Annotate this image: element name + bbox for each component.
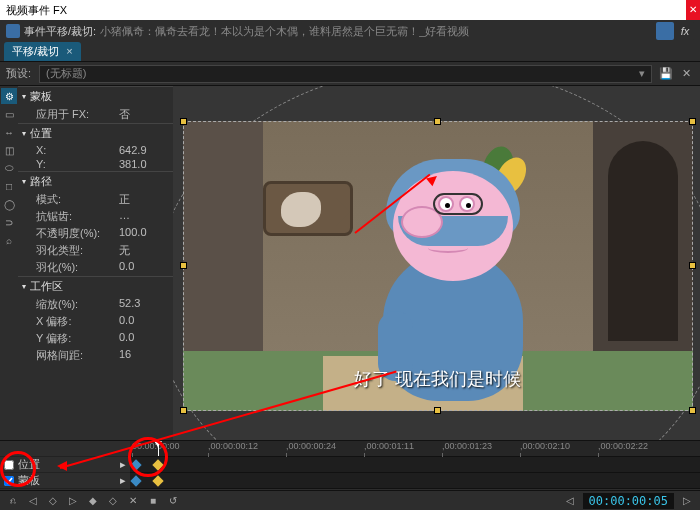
preset-label: 预设: xyxy=(6,66,31,81)
track-mask[interactable]: 蒙板 ▸ xyxy=(0,473,130,489)
handle-bot-mid[interactable] xyxy=(434,407,441,414)
handle-top-mid[interactable] xyxy=(434,118,441,125)
window-titlebar: 视频事件 FX ✕ xyxy=(0,0,700,20)
keyframe-row-position[interactable] xyxy=(130,457,700,473)
fx-source-path: 小猪佩奇：佩奇去看龙！本以为是个木偶，谁料居然是个巨无霸！_好看视频 xyxy=(100,24,469,39)
tool-properties[interactable]: ⚙ xyxy=(1,88,17,104)
kf-add-icon[interactable]: ◇ xyxy=(46,494,60,508)
section-path-header[interactable]: ▾路径 xyxy=(18,172,173,191)
path-featherpct-value[interactable]: 0.0 xyxy=(119,260,169,275)
handle-mid-left[interactable] xyxy=(180,262,187,269)
timecode-display[interactable]: 00:00:00:05 xyxy=(583,493,674,509)
tool-oval[interactable]: ⬭ xyxy=(1,160,17,176)
work-zoom-value[interactable]: 52.3 xyxy=(119,297,169,312)
keyframe[interactable] xyxy=(130,459,141,470)
mask-applyfx-value[interactable]: 否 xyxy=(119,107,169,122)
preset-bar: 预设: (无标题) ▾ 💾 ✕ xyxy=(0,62,700,86)
tab-bar: 平移/裁切 × xyxy=(0,42,700,62)
timeline-playhead[interactable] xyxy=(158,441,159,456)
properties-panel: ▾蒙板 应用于 FX:否 ▾位置 X:642.9 Y:381.0 ▾路径 模式:… xyxy=(18,86,173,440)
section-path: ▾路径 模式:正 抗锯齿:… 不透明度(%):100.0 羽化类型:无 羽化(%… xyxy=(18,171,173,276)
fx-node-label: 事件平移/裁切: xyxy=(24,24,96,39)
keyframe[interactable] xyxy=(130,475,141,486)
kf-stop-icon[interactable]: ■ xyxy=(146,494,160,508)
fx-toggle-button[interactable] xyxy=(656,22,674,40)
position-x-value[interactable]: 642.9 xyxy=(119,144,169,156)
section-workarea: ▾工作区 缩放(%):52.3 X 偏移:0.0 Y 偏移:0.0 网格间距:1… xyxy=(18,276,173,364)
section-workarea-header[interactable]: ▾工作区 xyxy=(18,277,173,296)
preset-delete-icon[interactable]: ✕ xyxy=(678,66,694,82)
tool-rect[interactable]: ◫ xyxy=(1,142,17,158)
preview-canvas[interactable]: 好了 现在我们是时候 xyxy=(173,86,700,440)
work-xoff-value[interactable]: 0.0 xyxy=(119,314,169,329)
keyframe-timeline: 位置 ▸ 蒙板 ▸ 00:00:00:00 ,00:00:00:12 ,00:0… xyxy=(0,440,700,490)
window-title: 视频事件 FX xyxy=(6,3,67,18)
keyframe-selected[interactable] xyxy=(152,459,163,470)
work-yoff-value[interactable]: 0.0 xyxy=(119,331,169,346)
handle-mid-right[interactable] xyxy=(689,262,696,269)
crop-rectangle[interactable] xyxy=(183,121,693,411)
track-mask-checkbox[interactable] xyxy=(4,476,14,486)
bottom-toolbar: ⎌ ◁ ◇ ▷ ◆ ◇ ✕ ■ ↺ ◁ 00:00:00:05 ▷ xyxy=(0,490,700,510)
fx-chain-icon[interactable] xyxy=(6,24,20,38)
tool-zoom[interactable]: ⌕ xyxy=(1,232,17,248)
chevron-down-icon: ▾ xyxy=(639,67,645,80)
position-y-value[interactable]: 381.0 xyxy=(119,158,169,170)
kf-loop-icon[interactable]: ↺ xyxy=(166,494,180,508)
handle-top-right[interactable] xyxy=(689,118,696,125)
work-grid-value[interactable]: 16 xyxy=(119,348,169,363)
tool-square[interactable]: □ xyxy=(1,178,17,194)
tab-label: 平移/裁切 xyxy=(12,45,59,57)
kf-next-icon[interactable]: ▷ xyxy=(66,494,80,508)
kf-undo-icon[interactable]: ⎌ xyxy=(6,494,20,508)
track-position-checkbox[interactable] xyxy=(4,460,14,470)
path-feathertype-value[interactable]: 无 xyxy=(119,243,169,258)
breadcrumb: 事件平移/裁切: 小猪佩奇：佩奇去看龙！本以为是个木偶，谁料居然是个巨无霸！_好… xyxy=(0,20,700,42)
tool-magnet[interactable]: ⊃ xyxy=(1,214,17,230)
timeline-ruler[interactable]: 00:00:00:00 ,00:00:00:12 ,00:00:00:24 ,0… xyxy=(130,441,700,457)
path-aa-value[interactable]: … xyxy=(119,209,169,224)
section-mask-header[interactable]: ▾蒙板 xyxy=(18,87,173,106)
section-position-header[interactable]: ▾位置 xyxy=(18,124,173,143)
preset-save-icon[interactable]: 💾 xyxy=(658,66,674,82)
kf-delete-icon[interactable]: ✕ xyxy=(126,494,140,508)
tab-pan-crop[interactable]: 平移/裁切 × xyxy=(4,42,81,61)
annotation-arrowhead-1 xyxy=(52,461,67,471)
handle-bot-right[interactable] xyxy=(689,407,696,414)
timecode-prev-icon[interactable]: ◁ xyxy=(563,494,577,508)
tool-arrow[interactable]: ▭ xyxy=(1,106,17,122)
section-position: ▾位置 X:642.9 Y:381.0 xyxy=(18,123,173,171)
close-icon[interactable]: ✕ xyxy=(686,0,700,20)
keyframe-selected[interactable] xyxy=(152,475,163,486)
main-area: ⚙ ▭ ↔ ◫ ⬭ □ ◯ ⊃ ⌕ ▾蒙板 应用于 FX:否 ▾位置 X:642… xyxy=(0,86,700,440)
tool-circle[interactable]: ◯ xyxy=(1,196,17,212)
kf-prev-icon[interactable]: ◁ xyxy=(26,494,40,508)
keyframe-row-mask[interactable] xyxy=(130,473,700,489)
handle-top-left[interactable] xyxy=(180,118,187,125)
timecode-next-icon[interactable]: ▷ xyxy=(680,494,694,508)
fx-icon[interactable]: fx xyxy=(676,22,694,40)
timeline-lanes[interactable]: 00:00:00:00 ,00:00:00:12 ,00:00:00:24 ,0… xyxy=(130,441,700,490)
path-mode-value[interactable]: 正 xyxy=(119,192,169,207)
kf-diamond2-icon[interactable]: ◇ xyxy=(106,494,120,508)
handle-bot-left[interactable] xyxy=(180,407,187,414)
tab-close-icon[interactable]: × xyxy=(66,45,72,57)
tool-column: ⚙ ▭ ↔ ◫ ⬭ □ ◯ ⊃ ⌕ xyxy=(0,86,18,440)
kf-diamond-icon[interactable]: ◆ xyxy=(86,494,100,508)
path-opacity-value[interactable]: 100.0 xyxy=(119,226,169,241)
section-mask: ▾蒙板 应用于 FX:否 xyxy=(18,86,173,123)
preset-value: (无标题) xyxy=(46,66,86,81)
preset-select[interactable]: (无标题) ▾ xyxy=(39,65,652,83)
tool-move[interactable]: ↔ xyxy=(1,124,17,140)
